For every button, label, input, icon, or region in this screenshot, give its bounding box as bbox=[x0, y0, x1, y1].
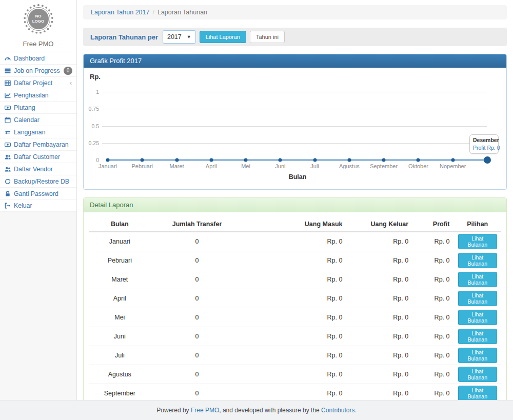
view-monthly-button[interactable]: Lihat Bulanan bbox=[458, 367, 498, 382]
y-tick-label: 0 bbox=[84, 157, 99, 163]
cell-bulan: September bbox=[89, 384, 151, 401]
this-year-button[interactable]: Tahun ini bbox=[250, 31, 285, 43]
sidebar-item-label: Piutang bbox=[14, 104, 35, 111]
cell-masuk: Rp. 0 bbox=[243, 384, 346, 401]
y-tick-label: 1 bbox=[84, 89, 99, 95]
sidebar-item-backup-restore-db[interactable]: Backup/Restore DB bbox=[0, 175, 76, 187]
sign-out-icon bbox=[4, 203, 11, 209]
view-report-button[interactable]: Lihat Laporan bbox=[200, 31, 246, 43]
breadcrumb: Laporan Tahun 2017/Laporan Tahunan bbox=[83, 5, 507, 19]
table-row: September0Rp. 0Rp. 0Rp. 0Lihat Bulanan bbox=[89, 384, 501, 401]
sidebar-item-calendar[interactable]: Calendar bbox=[0, 113, 76, 126]
data-point-juni[interactable] bbox=[279, 158, 282, 162]
column-header: Profit bbox=[412, 216, 453, 232]
breadcrumb-link-laporan-tahun[interactable]: Laporan Tahun 2017 bbox=[91, 9, 149, 16]
cell-keluar: Rp. 0 bbox=[346, 384, 412, 401]
sidebar-item-keluar[interactable]: Keluar bbox=[0, 199, 76, 212]
sidebar-item-daftar-customer[interactable]: Daftar Customer bbox=[0, 150, 76, 163]
view-monthly-button[interactable]: Lihat Bulanan bbox=[458, 272, 498, 287]
sidebar-item-ganti-password[interactable]: Ganti Password bbox=[0, 187, 76, 199]
x-tick-label: April bbox=[206, 163, 217, 169]
y-tick-label: 0.25 bbox=[84, 140, 99, 146]
column-header: Jumlah Transfer bbox=[151, 216, 244, 232]
data-point-pebruari[interactable] bbox=[141, 158, 144, 162]
data-point-mei[interactable] bbox=[244, 158, 248, 162]
cell-pilihan: Lihat Bulanan bbox=[454, 384, 502, 401]
x-tick-label: Agustus bbox=[339, 163, 360, 169]
cell-bulan: Maret bbox=[89, 270, 151, 289]
view-monthly-button[interactable]: Lihat Bulanan bbox=[458, 348, 498, 363]
detail-panel-title: Detail Laporan bbox=[84, 198, 506, 212]
footer-middle: , and developed with pleasure by the bbox=[219, 407, 321, 414]
year-select[interactable]: 2017 ▼ bbox=[163, 30, 196, 44]
sidebar-item-label: Daftar Vendor bbox=[14, 166, 53, 173]
data-point-maret[interactable] bbox=[175, 158, 179, 162]
lock-icon bbox=[4, 191, 11, 197]
sidebar-item-label: Penghasilan bbox=[14, 92, 49, 99]
contributors-link[interactable]: Contributors. bbox=[321, 407, 357, 414]
data-point-september[interactable] bbox=[382, 158, 386, 162]
gridline bbox=[102, 143, 487, 144]
sidebar: NO LOGO Free PMO DashboardJob on Progres… bbox=[0, 0, 77, 400]
sidebar-item-label: Backup/Restore DB bbox=[14, 178, 69, 185]
refresh-icon bbox=[4, 178, 11, 185]
table-row: Pebruari0Rp. 0Rp. 0Rp. 0Lihat Bulanan bbox=[89, 251, 501, 270]
sidebar-item-label: Dashboard bbox=[14, 55, 45, 62]
data-point-oktober[interactable] bbox=[417, 158, 420, 162]
free-pmo-link[interactable]: Free PMO bbox=[191, 407, 219, 414]
profit-chart-panel: Grafik Profit 2017 Rp. 10.750.50.250Janu… bbox=[83, 54, 507, 190]
sidebar-filler bbox=[0, 212, 76, 400]
y-tick-label: 0.75 bbox=[84, 106, 99, 112]
footer-prefix: Powered by bbox=[156, 407, 191, 414]
cell-profit: Rp. 0 bbox=[412, 289, 453, 308]
sidebar-item-langganan[interactable]: Langganan bbox=[0, 126, 76, 138]
retweet-icon bbox=[4, 129, 11, 135]
view-monthly-button[interactable]: Lihat Bulanan bbox=[458, 310, 498, 325]
cell-profit: Rp. 0 bbox=[412, 232, 453, 251]
cell-keluar: Rp. 0 bbox=[346, 270, 412, 289]
data-point-april[interactable] bbox=[209, 158, 213, 162]
brand-name: Free PMO bbox=[0, 37, 76, 52]
data-point-juli[interactable] bbox=[313, 158, 317, 162]
sidebar-item-dashboard[interactable]: Dashboard bbox=[0, 52, 76, 64]
cell-profit: Rp. 0 bbox=[412, 251, 453, 270]
cell-jumlah: 0 bbox=[151, 289, 244, 308]
detail-report-panel: Detail Laporan BulanJumlah TransferUang … bbox=[83, 197, 507, 400]
sidebar-item-penghasilan[interactable]: Penghasilan bbox=[0, 89, 76, 101]
users-icon bbox=[4, 166, 11, 172]
x-tick-label: Juli bbox=[310, 163, 319, 169]
logo: NO LOGO bbox=[0, 0, 76, 37]
data-point-desember[interactable] bbox=[484, 156, 491, 164]
data-point-agustus[interactable] bbox=[347, 158, 351, 162]
view-monthly-button[interactable]: Lihat Bulanan bbox=[458, 386, 498, 400]
cell-pilihan: Lihat Bulanan bbox=[454, 365, 502, 384]
view-monthly-button[interactable]: Lihat Bulanan bbox=[458, 291, 498, 306]
tooltip-month: Desember bbox=[473, 137, 495, 143]
sidebar-item-daftar-pembayaran[interactable]: Daftar Pembayaran bbox=[0, 138, 76, 150]
x-tick-label: Pebruari bbox=[131, 163, 153, 169]
view-monthly-button[interactable]: Lihat Bulanan bbox=[458, 253, 498, 268]
sidebar-item-piutang[interactable]: Piutang bbox=[0, 101, 76, 113]
sidebar-item-job-on-progress[interactable]: Job on Progress0 bbox=[0, 64, 76, 76]
sidebar-item-label: Ganti Password bbox=[14, 190, 58, 197]
users-icon bbox=[4, 154, 11, 160]
cell-jumlah: 0 bbox=[151, 365, 244, 384]
sidebar-item-daftar-project[interactable]: Daftar Project‹ bbox=[0, 76, 76, 89]
data-point-januari[interactable] bbox=[106, 158, 110, 162]
cell-jumlah: 0 bbox=[151, 384, 244, 401]
x-tick-label: Maret bbox=[169, 163, 184, 169]
sidebar-item-daftar-vendor[interactable]: Daftar Vendor bbox=[0, 163, 76, 175]
count-badge: 0 bbox=[64, 67, 72, 75]
cell-keluar: Rp. 0 bbox=[346, 289, 412, 308]
year-select-value: 2017 bbox=[167, 33, 182, 41]
cell-profit: Rp. 0 bbox=[412, 270, 453, 289]
calendar-icon bbox=[4, 117, 11, 123]
view-monthly-button[interactable]: Lihat Bulanan bbox=[458, 329, 498, 344]
breadcrumb-current: Laporan Tahunan bbox=[157, 9, 207, 16]
cell-masuk: Rp. 0 bbox=[243, 289, 346, 308]
table-row: Maret0Rp. 0Rp. 0Rp. 0Lihat Bulanan bbox=[89, 270, 501, 289]
data-point-nopember[interactable] bbox=[451, 158, 455, 162]
cell-bulan: Agustus bbox=[89, 365, 151, 384]
cell-keluar: Rp. 0 bbox=[346, 346, 412, 365]
view-monthly-button[interactable]: Lihat Bulanan bbox=[458, 234, 498, 249]
